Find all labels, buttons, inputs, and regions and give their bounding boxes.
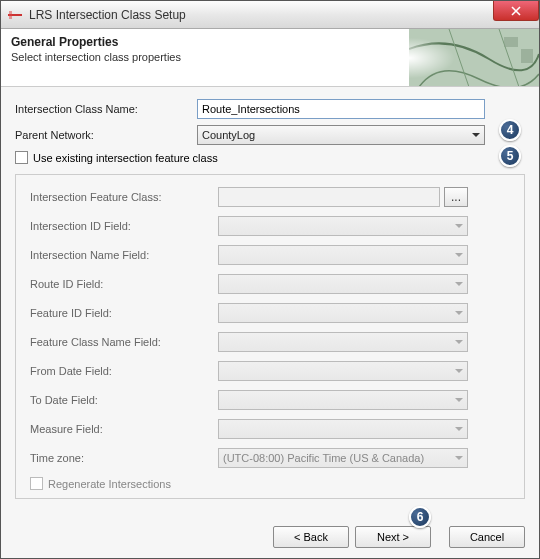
fc-name-select[interactable]: [218, 332, 468, 352]
fc-name-label: Feature Class Name Field:: [30, 336, 218, 348]
from-date-select[interactable]: [218, 361, 468, 381]
chevron-down-icon: [455, 369, 463, 373]
app-icon: [7, 7, 23, 23]
header-map-graphic: [409, 29, 539, 87]
callout-badge-5: 5: [499, 145, 521, 167]
name-field-select[interactable]: [218, 245, 468, 265]
chevron-down-icon: [455, 282, 463, 286]
svg-rect-1: [9, 11, 12, 19]
timezone-value: (UTC-08:00) Pacific Time (US & Canada): [223, 452, 424, 464]
feature-class-display: [218, 187, 440, 207]
measure-label: Measure Field:: [30, 423, 218, 435]
regenerate-label: Regenerate Intersections: [48, 478, 171, 490]
chevron-down-icon: [455, 311, 463, 315]
regenerate-checkbox: [30, 477, 43, 490]
name-field-label: Intersection Name Field:: [30, 249, 218, 261]
class-name-label: Intersection Class Name:: [15, 103, 197, 115]
back-button[interactable]: < Back: [273, 526, 349, 548]
feature-class-label: Intersection Feature Class:: [30, 191, 218, 203]
titlebar: LRS Intersection Class Setup: [1, 1, 539, 29]
wizard-footer: < Back Next > Cancel: [273, 526, 525, 548]
wizard-header: General Properties Select intersection c…: [1, 29, 539, 87]
window-title: LRS Intersection Class Setup: [29, 8, 186, 22]
chevron-down-icon: [455, 253, 463, 257]
parent-network-value: CountyLog: [202, 129, 255, 141]
chevron-down-icon: [455, 224, 463, 228]
chevron-down-icon: [455, 456, 463, 460]
svg-rect-7: [409, 29, 539, 87]
regenerate-checkbox-row: Regenerate Intersections: [30, 477, 510, 490]
id-field-label: Intersection ID Field:: [30, 220, 218, 232]
chevron-down-icon: [455, 340, 463, 344]
feature-class-group: Intersection Feature Class: ... Intersec…: [15, 174, 525, 499]
callout-badge-4: 4: [499, 119, 521, 141]
timezone-label: Time zone:: [30, 452, 218, 464]
next-button[interactable]: Next >: [355, 526, 431, 548]
to-date-select[interactable]: [218, 390, 468, 410]
timezone-select[interactable]: (UTC-08:00) Pacific Time (US & Canada): [218, 448, 468, 468]
feature-id-select[interactable]: [218, 303, 468, 323]
route-id-select[interactable]: [218, 274, 468, 294]
chevron-down-icon: [455, 427, 463, 431]
cancel-button[interactable]: Cancel: [449, 526, 525, 548]
use-existing-label: Use existing intersection feature class: [33, 152, 218, 164]
parent-network-select[interactable]: CountyLog: [197, 125, 485, 145]
measure-select[interactable]: [218, 419, 468, 439]
parent-network-label: Parent Network:: [15, 129, 197, 141]
chevron-down-icon: [472, 133, 480, 137]
browse-feature-class-button[interactable]: ...: [444, 187, 468, 207]
close-button[interactable]: [493, 1, 539, 21]
callout-badge-6: 6: [409, 506, 431, 528]
to-date-label: To Date Field:: [30, 394, 218, 406]
route-id-label: Route ID Field:: [30, 278, 218, 290]
use-existing-checkbox-row[interactable]: Use existing intersection feature class: [15, 151, 525, 164]
use-existing-checkbox[interactable]: [15, 151, 28, 164]
from-date-label: From Date Field:: [30, 365, 218, 377]
feature-id-label: Feature ID Field:: [30, 307, 218, 319]
chevron-down-icon: [455, 398, 463, 402]
id-field-select[interactable]: [218, 216, 468, 236]
class-name-input[interactable]: [197, 99, 485, 119]
